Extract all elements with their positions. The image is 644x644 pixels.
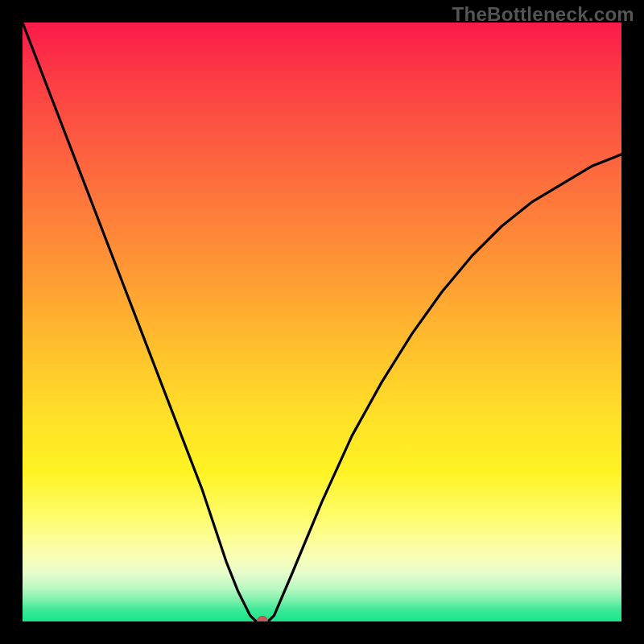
- bottleneck-curve-path: [23, 23, 621, 621]
- bottleneck-curve: [23, 23, 621, 621]
- plot-area: [23, 23, 621, 621]
- optimum-marker-dot: [257, 616, 268, 621]
- chart-frame: TheBottleneck.com: [0, 0, 644, 644]
